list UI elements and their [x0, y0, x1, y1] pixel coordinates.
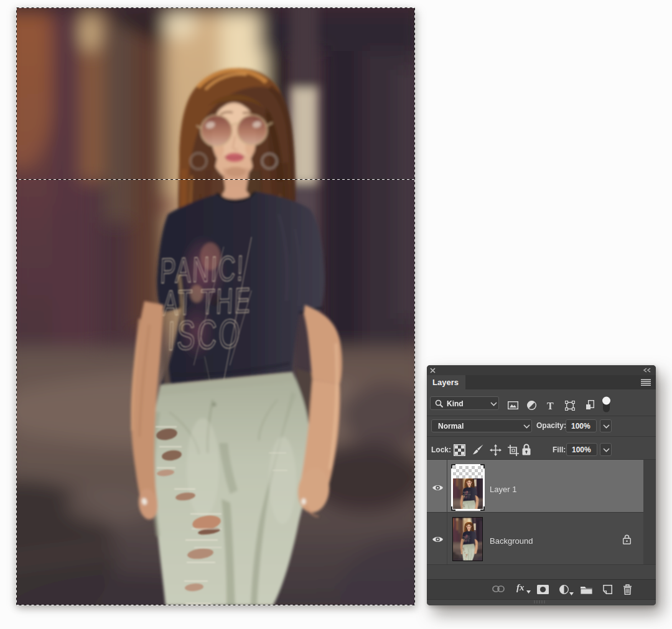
svg-text:ISCO: ISCO	[167, 310, 243, 359]
